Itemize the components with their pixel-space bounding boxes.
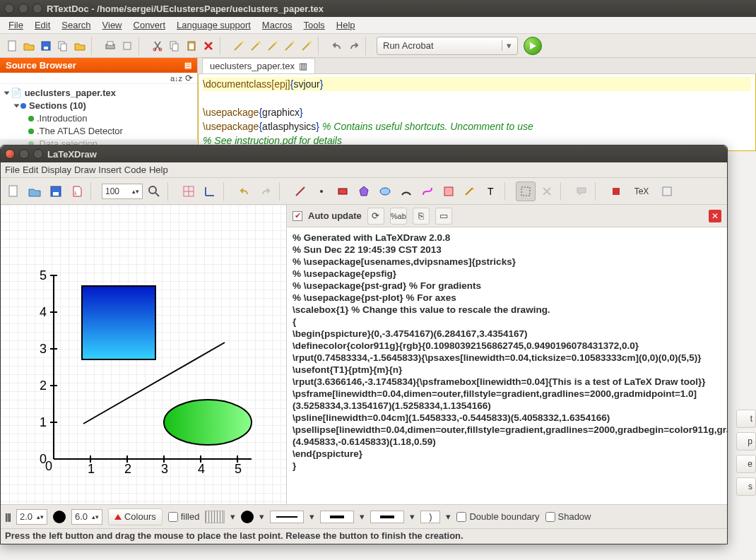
folder-icon[interactable] — [72, 38, 88, 54]
print-icon[interactable] — [102, 38, 118, 54]
zoom-icon[interactable] — [144, 181, 164, 201]
menu-edit[interactable]: Edit — [30, 18, 54, 32]
paste-icon[interactable] — [184, 38, 199, 54]
shadow-checkbox[interactable]: Shadow — [545, 511, 591, 522]
bezier-tool-icon[interactable] — [418, 181, 437, 201]
ld-close-icon[interactable] — [5, 149, 15, 159]
drawing-canvas[interactable]: 0 1 2 3 4 5 0 1 2 3 4 5 — [1, 205, 287, 504]
sort-icon[interactable]: a↓z — [170, 74, 182, 83]
ld-open-icon[interactable] — [25, 181, 45, 201]
arc-tool-icon[interactable] — [396, 181, 416, 201]
double-boundary-checkbox[interactable]: Double boundary — [456, 511, 539, 522]
menu-view[interactable]: View — [98, 18, 126, 32]
ld-undo-icon[interactable] — [235, 181, 254, 201]
chevron-down-icon[interactable]: ▾ — [230, 511, 235, 522]
copy2-icon[interactable] — [167, 38, 182, 54]
export-icon[interactable] — [119, 38, 135, 54]
menu-convert[interactable]: Convert — [129, 18, 170, 32]
new-file-icon[interactable] — [4, 38, 20, 54]
end-style-picker[interactable]: ) — [420, 511, 440, 523]
point-tool-icon[interactable] — [312, 181, 331, 201]
ld-menu-help[interactable]: Help — [149, 165, 168, 175]
paste-code-icon[interactable]: ▭ — [435, 208, 452, 225]
window-close-icon[interactable] — [4, 4, 14, 13]
source-tree[interactable]: 📄 ueclusters_paper.tex Sections (10) .In… — [0, 84, 197, 153]
select-tool-icon[interactable] — [516, 181, 536, 201]
run-combo[interactable]: Run Acrobat ▾ — [377, 37, 518, 55]
wand1-icon[interactable] — [231, 38, 247, 54]
ld-save-icon[interactable] — [46, 181, 66, 201]
percent-button[interactable]: %ab — [390, 208, 407, 225]
wand3-icon[interactable] — [265, 38, 280, 54]
redo-icon[interactable] — [346, 38, 362, 54]
text-tool-icon[interactable]: T — [481, 181, 501, 201]
ld-statusbar: Press the left button and drag the mouse… — [1, 528, 727, 544]
menu-language[interactable]: Language support — [172, 18, 255, 32]
menu-search[interactable]: Search — [57, 18, 95, 32]
stop-icon[interactable] — [606, 181, 626, 201]
undo-icon[interactable] — [329, 38, 345, 54]
ld-redo-icon[interactable] — [256, 181, 276, 201]
fill-swatch[interactable] — [241, 511, 254, 523]
ld-menu-display[interactable]: Display — [41, 165, 71, 175]
copy-code-icon[interactable]: ⎘ — [413, 208, 430, 225]
menu-tools[interactable]: Tools — [299, 18, 329, 32]
polygon-tool-icon[interactable] — [354, 181, 374, 201]
ld-min-icon[interactable] — [19, 149, 29, 159]
cut-icon[interactable] — [150, 38, 165, 54]
auto-update-checkbox[interactable]: ✔ — [293, 211, 302, 221]
comment-icon[interactable] — [572, 181, 591, 201]
open-file-icon[interactable] — [21, 38, 37, 54]
panel-grip-icon[interactable]: ▤ — [184, 61, 191, 70]
reload-icon[interactable]: ⟳ — [367, 208, 384, 225]
filled-checkbox[interactable]: filled — [168, 511, 200, 522]
grid2-tool-icon[interactable] — [439, 181, 459, 201]
menu-file[interactable]: File — [4, 18, 28, 32]
zoom-input[interactable]: 100▴▾ — [102, 184, 143, 199]
window-min-icon[interactable] — [18, 4, 28, 13]
svg-text:3: 3 — [40, 342, 47, 356]
window-max-icon[interactable] — [33, 4, 42, 13]
wand5-icon[interactable] — [299, 38, 314, 54]
ld-menu-insert[interactable]: Insert — [98, 165, 122, 175]
tex-icon[interactable]: TeX — [627, 181, 656, 201]
ld-menu-edit[interactable]: Edit — [23, 165, 38, 175]
editor-tab[interactable]: ueclusters_paper.tex ▥ — [202, 58, 315, 73]
copy-icon[interactable] — [55, 38, 71, 54]
delete-icon[interactable] — [201, 38, 216, 54]
code-editor[interactable]: \documentclass[epj]{svjour} \usepackage{… — [198, 74, 756, 151]
ld-new-icon[interactable] — [4, 181, 23, 201]
ld-max-icon[interactable] — [33, 149, 43, 159]
ld-menu-draw[interactable]: Draw — [74, 165, 95, 175]
delete-tool-icon[interactable] — [537, 181, 557, 201]
background-buttons: t p e s — [736, 410, 756, 496]
ld-pdf-icon[interactable]: λ — [67, 181, 87, 201]
line-pattern-icon[interactable]: ||| — [5, 511, 11, 522]
line-tool-icon[interactable] — [290, 181, 310, 201]
ellipse-tool-icon[interactable] — [375, 181, 395, 201]
props-icon[interactable] — [657, 181, 677, 201]
arrow-right-picker[interactable] — [370, 511, 404, 523]
color-swatch[interactable] — [53, 511, 66, 523]
thickness1-input[interactable]: 2.0▴▾ — [16, 509, 47, 525]
ld-menu-code[interactable]: Code — [124, 165, 146, 175]
rect-tool-icon[interactable] — [333, 181, 353, 201]
hatch-picker[interactable] — [205, 511, 225, 523]
run-button[interactable] — [524, 37, 542, 55]
colours-button[interactable]: Colours — [108, 508, 163, 525]
ld-menu-file[interactable]: File — [5, 165, 20, 175]
refresh-icon[interactable]: ⟳ — [185, 73, 193, 83]
line-style-picker[interactable] — [270, 511, 304, 523]
wand2-icon[interactable] — [248, 38, 264, 54]
axes-icon[interactable] — [200, 181, 220, 201]
wand4-icon[interactable] — [282, 38, 297, 54]
arrow-left-picker[interactable] — [320, 511, 354, 523]
save-icon[interactable] — [38, 38, 54, 54]
menu-help[interactable]: Help — [332, 18, 360, 32]
thickness2-input[interactable]: 6.0▴▾ — [71, 509, 102, 525]
generated-code[interactable]: % Generated with LaTeXDraw 2.0.8 % Sun D… — [287, 227, 727, 504]
grid-icon[interactable] — [179, 181, 199, 201]
menu-macros[interactable]: Macros — [258, 18, 297, 32]
freehand-tool-icon[interactable] — [460, 181, 480, 201]
close-panel-icon[interactable]: ✕ — [709, 210, 721, 222]
